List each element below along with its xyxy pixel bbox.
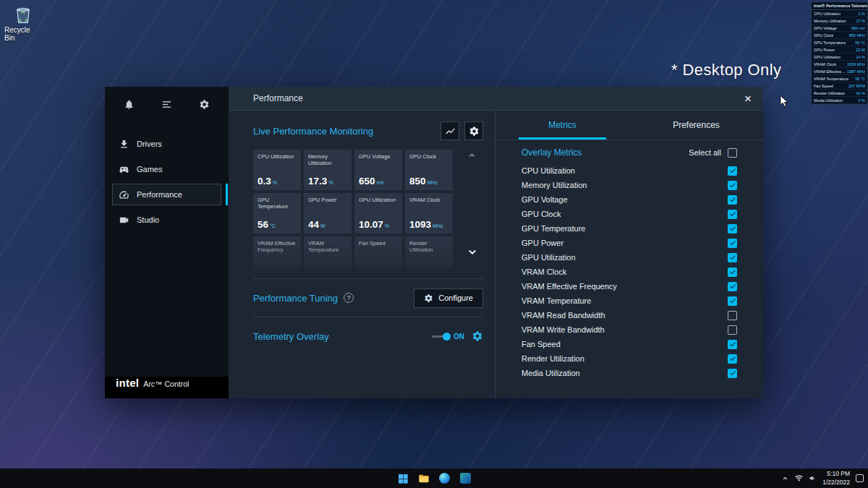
sidebar-item-performance[interactable]: Performance — [112, 184, 221, 205]
sidebar-item-studio[interactable]: Studio — [112, 209, 221, 231]
check-icon — [729, 210, 736, 218]
scroll-down-chevron-icon[interactable] — [465, 245, 480, 260]
sidebar-item-label: Studio — [137, 215, 159, 224]
check-icon — [729, 268, 736, 275]
taskbar: 5:10 PM 1/22/2022 — [0, 468, 868, 488]
metric-tile: Render Utilization — [405, 236, 453, 269]
windows-logo-icon — [397, 473, 409, 484]
overlay-metric-row: VRAM Clock — [522, 265, 737, 279]
taskbar-date: 1/22/2022 — [822, 479, 850, 487]
tab-metrics[interactable]: Metrics — [495, 111, 629, 140]
telemetry-row: Memory Utilization 17 % — [812, 17, 867, 25]
arc-control-logo-text: Arc™ Control — [143, 380, 189, 388]
telemetry-row-label: GPU Temperature — [814, 40, 846, 45]
telemetry-row-label: GPU Power — [814, 48, 835, 52]
metric-checkbox[interactable] — [728, 267, 737, 277]
tray-chevron-up-icon[interactable] — [781, 474, 789, 482]
performance-tuning-row: Performance Tuning ? Configure — [253, 279, 483, 317]
arc-control-window: Drivers Games Performance Studio intel A… — [105, 87, 763, 398]
intel-arc-logo: intel Arc™ Control — [105, 377, 229, 398]
check-icon — [729, 355, 736, 362]
close-icon[interactable]: × — [744, 93, 752, 105]
start-button[interactable] — [396, 472, 409, 484]
notification-center-icon[interactable] — [856, 474, 864, 482]
metric-tile-value: 1093MHz — [409, 219, 448, 230]
telemetry-row-value: 22 W — [856, 48, 865, 52]
settings-gear-icon[interactable] — [199, 99, 210, 110]
telemetry-overlay-row: Telemetry Overlay ON — [253, 317, 483, 355]
telemetry-row-value: 17 % — [856, 19, 865, 23]
wifi-icon[interactable] — [795, 474, 803, 482]
line-chart-icon — [445, 126, 456, 137]
telemetry-row-value: 56 °C — [855, 40, 865, 45]
toggle-knob — [443, 333, 451, 341]
recycle-bin-shortcut[interactable]: Recycle Bin — [4, 4, 42, 42]
telemetry-row: GPU Power 22 W — [812, 46, 867, 53]
metric-tile-value — [258, 262, 297, 269]
metric-checkbox[interactable] — [728, 224, 737, 234]
metric-checkbox[interactable] — [728, 340, 737, 349]
metric-tile-unit: W — [320, 223, 326, 228]
telemetry-row-value: 1987 MHz — [847, 69, 865, 74]
metrics-panel: Metrics Preferences Overlay Metrics Sele… — [495, 111, 763, 398]
metric-checkbox[interactable] — [728, 282, 737, 291]
metric-tile-value — [359, 262, 398, 269]
overlay-metric-label: Render Utilization — [522, 354, 584, 363]
metric-tile: VRAM Temperature — [304, 236, 352, 269]
taskbar-app-button[interactable] — [459, 472, 472, 484]
menu-icon[interactable] — [161, 99, 172, 110]
select-all-checkbox[interactable] — [728, 148, 737, 158]
metric-checkbox[interactable] — [728, 369, 737, 378]
overlay-metrics-body: Overlay Metrics Select all — [495, 140, 763, 380]
overlay-metric-label: GPU Temperature — [522, 224, 585, 233]
metric-checkbox[interactable] — [728, 195, 737, 205]
help-icon[interactable]: ? — [344, 293, 354, 303]
sidebar-item-games[interactable]: Games — [112, 158, 221, 180]
configure-button[interactable]: Configure — [414, 288, 483, 308]
live-monitoring-title: Live Performance Monitoring — [253, 126, 373, 137]
chart-view-button[interactable] — [441, 121, 459, 140]
monitoring-settings-button[interactable] — [464, 121, 483, 140]
metric-checkbox[interactable] — [728, 311, 737, 320]
metric-tile-value — [409, 262, 448, 269]
overlay-metric-label: VRAM Clock — [522, 267, 566, 276]
metric-checkbox[interactable] — [728, 181, 737, 190]
metric-tile: Fan Speed — [354, 236, 402, 269]
metric-tile: GPU Power 44W — [304, 193, 352, 234]
metric-checkbox[interactable] — [728, 253, 737, 262]
notifications-bell-icon[interactable] — [124, 99, 135, 110]
overlay-metric-label: VRAM Read Bandwidth — [522, 311, 605, 320]
taskbar-center-icons — [396, 468, 472, 488]
telemetry-row-label: Media Utilization — [814, 98, 843, 103]
monitoring-column: Live Performance Monitoring — [229, 111, 495, 398]
metric-checkbox[interactable] — [728, 325, 737, 335]
taskbar-clock[interactable]: 5:10 PM 1/22/2022 — [822, 470, 850, 486]
telemetry-row-value: 56 °C — [855, 77, 865, 81]
metric-checkbox[interactable] — [728, 166, 737, 176]
metric-tile-number: 650 — [359, 176, 375, 187]
edge-browser-button[interactable] — [438, 472, 451, 484]
overlay-metrics-title: Overlay Metrics — [522, 147, 582, 158]
file-explorer-button[interactable] — [417, 472, 430, 484]
tab-preferences[interactable]: Preferences — [629, 111, 763, 140]
telemetry-overlay-toggle[interactable]: ON — [432, 333, 464, 341]
metric-checkbox[interactable] — [728, 239, 737, 248]
overlay-metric-label: VRAM Write Bandwidth — [522, 325, 605, 334]
telemetry-overlay-title: Telemetry Overlay — [253, 331, 329, 342]
select-all-label: Select all — [689, 148, 721, 157]
telemetry-row-value: 1 % — [859, 12, 865, 16]
telemetry-row-label: CPU Utilization — [814, 12, 841, 16]
scroll-up-chevron-icon[interactable] — [467, 150, 477, 160]
metric-checkbox[interactable] — [728, 354, 737, 364]
metric-checkbox[interactable] — [728, 296, 737, 306]
volume-icon[interactable] — [809, 474, 817, 482]
telemetry-row-label: VRAM Clock — [814, 62, 836, 67]
overlay-settings-gear-icon[interactable] — [472, 330, 483, 342]
content-body: Live Performance Monitoring — [229, 111, 763, 398]
metric-tiles-area: CPU Utilization 0.3% Memory Utilization … — [253, 150, 483, 269]
gear-icon — [469, 126, 480, 137]
sidebar-item-drivers[interactable]: Drivers — [112, 133, 221, 155]
metric-checkbox[interactable] — [728, 210, 737, 219]
sidebar-item-label: Games — [137, 165, 162, 174]
metric-tile-number: 10.07 — [359, 219, 383, 230]
